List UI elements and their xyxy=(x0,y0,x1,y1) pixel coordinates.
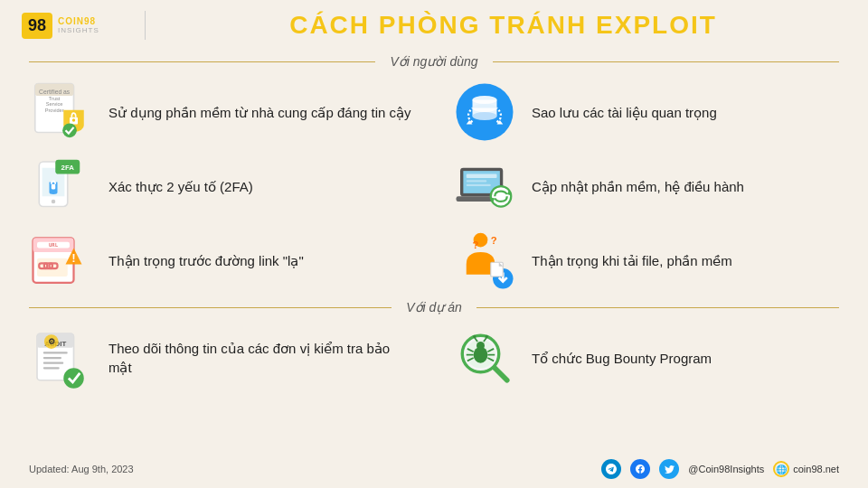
careful-download-text: Thận trọng khi tải file, phần mềm xyxy=(532,251,732,270)
footer-social: @Coin98Insights 🌐 coin98.net xyxy=(601,459,839,479)
divider-line-left2 xyxy=(29,307,392,308)
svg-rect-45 xyxy=(43,352,68,353)
bugbounty-icon xyxy=(452,325,517,390)
projects-section-label: Với dự án xyxy=(392,300,476,314)
twitter-icon[interactable] xyxy=(659,459,679,479)
svg-rect-47 xyxy=(43,362,64,364)
divider-line-right2 xyxy=(476,307,839,308)
globe-icon: 🌐 xyxy=(773,461,789,477)
svg-line-67 xyxy=(495,368,507,380)
update-text: Cập nhật phần mềm, hệ điều hành xyxy=(532,177,744,196)
website-text: coin98.net xyxy=(793,464,839,474)
divider-line-left xyxy=(29,61,375,62)
svg-text:?: ? xyxy=(491,235,497,246)
svg-rect-42 xyxy=(491,262,504,277)
content: Với người dùng Certified as Trust Servic… xyxy=(0,54,868,390)
projects-items-grid: AUDIT ⚙ Theo dõi thông tin của các đơn v… xyxy=(29,325,839,390)
list-item: Sao lưu các tài liệu quan trọng xyxy=(452,80,839,145)
list-item: Cập nhật phần mềm, hệ điều hành xyxy=(452,154,839,219)
svg-point-56 xyxy=(476,342,485,350)
svg-point-7 xyxy=(72,118,75,121)
svg-text:Trust: Trust xyxy=(49,96,61,101)
list-item: 2FA Xác thực 2 yếu tố (2FA) xyxy=(29,154,416,219)
bugbounty-text: Tổ chức Bug Bounty Program xyxy=(532,349,712,368)
list-item: Tổ chức Bug Bounty Program xyxy=(452,325,839,390)
users-section-divider: Với người dùng xyxy=(29,54,839,69)
logo-brand: COIN98 xyxy=(58,16,99,26)
svg-point-8 xyxy=(62,123,77,137)
svg-text:?: ? xyxy=(473,239,479,250)
backup-icon xyxy=(452,80,517,145)
header-divider xyxy=(145,11,146,40)
users-section-label: Với người dùng xyxy=(375,54,492,69)
svg-rect-46 xyxy=(43,357,61,359)
social-handle: @Coin98Insights xyxy=(688,464,764,474)
url-text: Thận trọng trước đường link "lạ" xyxy=(108,251,304,270)
2fa-text: Xác thực 2 yếu tố (2FA) xyxy=(108,177,253,196)
svg-point-17 xyxy=(52,200,56,204)
website-link[interactable]: 🌐 coin98.net xyxy=(773,461,839,477)
list-item: AUDIT ⚙ Theo dõi thông tin của các đơn v… xyxy=(29,325,416,390)
logo-box: 98 xyxy=(22,13,52,39)
update-icon xyxy=(452,154,517,219)
svg-point-66 xyxy=(486,335,488,338)
facebook-icon[interactable] xyxy=(630,459,650,479)
svg-text:URL: URL xyxy=(49,242,59,248)
trust-icon: Certified as Trust Service Provider xyxy=(29,80,94,145)
svg-text:Certified as: Certified as xyxy=(39,89,71,95)
url-icon: URL ! xyxy=(29,228,94,293)
2fa-icon: 2FA xyxy=(29,154,94,219)
page-title: CÁCH PHÒNG TRÁNH EXPLOIT xyxy=(160,11,846,40)
svg-rect-20 xyxy=(52,184,56,190)
svg-text:!: ! xyxy=(71,251,76,265)
backup-text: Sao lưu các tài liệu quan trọng xyxy=(532,103,717,122)
list-item: Certified as Trust Service Provider Sử d… xyxy=(29,80,416,145)
projects-section-divider: Với dự án xyxy=(29,300,839,314)
footer: Updated: Aug 9th, 2023 @Coin98Insights 🌐… xyxy=(0,459,868,479)
svg-text:Provider: Provider xyxy=(45,108,64,113)
logo-text-area: COIN98 INSIGHTS xyxy=(58,16,99,34)
logo-area: 98 COIN98 INSIGHTS xyxy=(22,13,130,39)
svg-point-65 xyxy=(473,335,476,338)
svg-text:2FA: 2FA xyxy=(61,164,75,172)
logo-sub: INSIGHTS xyxy=(58,26,99,34)
divider-line-right xyxy=(493,61,839,62)
audit-icon: AUDIT ⚙ xyxy=(29,325,94,390)
header: 98 COIN98 INSIGHTS CÁCH PHÒNG TRÁNH EXPL… xyxy=(0,0,868,47)
footer-updated: Updated: Aug 9th, 2023 xyxy=(29,464,134,474)
careful-download-icon: ? ? xyxy=(452,228,517,293)
users-items-grid: Certified as Trust Service Provider Sử d… xyxy=(29,80,839,293)
svg-text:⚙: ⚙ xyxy=(48,337,55,346)
telegram-icon[interactable] xyxy=(601,459,621,479)
svg-rect-25 xyxy=(467,184,491,186)
svg-rect-23 xyxy=(467,174,497,179)
trusted-software-text: Sử dụng phần mềm từ nhà cung cấp đáng ti… xyxy=(108,103,411,122)
svg-text:Service: Service xyxy=(46,101,63,107)
list-item: URL ! Thận trọng trước đường link "lạ" xyxy=(29,228,416,293)
svg-point-52 xyxy=(63,368,84,389)
audit-text: Theo dõi thông tin của các đơn vị kiểm t… xyxy=(108,339,416,377)
svg-rect-48 xyxy=(43,367,60,369)
list-item: ? ? Thận trọng khi tải file, phần mềm xyxy=(452,228,839,293)
svg-point-14 xyxy=(473,112,497,120)
svg-rect-24 xyxy=(467,180,487,182)
